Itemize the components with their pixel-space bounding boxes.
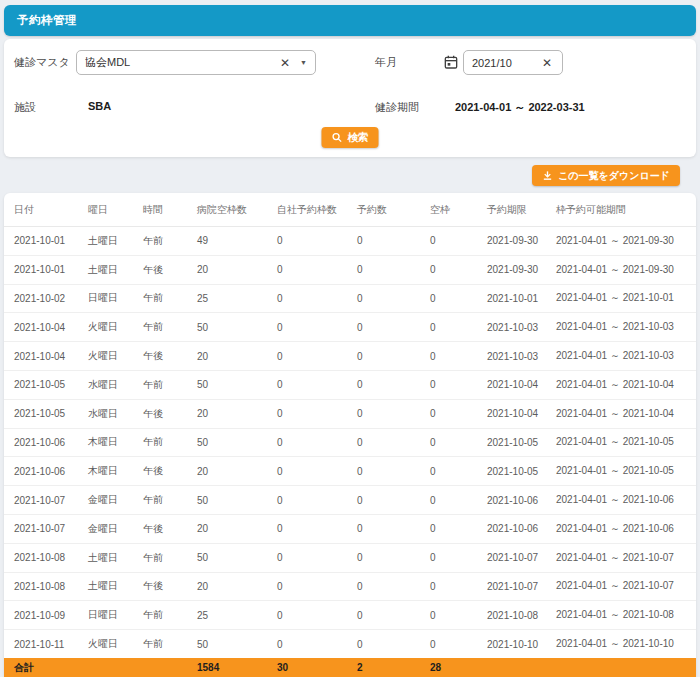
search-button[interactable]: 検索 <box>322 127 379 148</box>
cell-reservations: 0 <box>357 351 430 362</box>
cell-reservable-period: 2021-04-01 ～ 2021-10-04 <box>556 378 696 392</box>
cell-weekday: 金曜日 <box>88 493 143 507</box>
cell-deadline: 2021-10-05 <box>487 437 556 448</box>
cell-weekday: 日曜日 <box>88 608 143 622</box>
cell-company-slots: 0 <box>277 523 357 534</box>
cell-vacant: 0 <box>430 610 487 621</box>
cell-time: 午前 <box>143 320 197 334</box>
table-row: 2021-10-06 木曜日 午後 20 0 0 0 2021-10-05 20… <box>4 457 696 486</box>
download-list-button[interactable]: この一覧をダウンロード <box>532 165 680 186</box>
cell-date: 2021-10-06 <box>14 466 88 477</box>
cell-vacant: 0 <box>430 552 487 563</box>
cell-time: 午前 <box>143 637 197 651</box>
cell-date: 2021-10-06 <box>14 437 88 448</box>
cell-time: 午後 <box>143 349 197 363</box>
cell-reservable-period: 2021-04-01 ～ 2021-10-04 <box>556 407 696 421</box>
cell-vacant: 0 <box>430 581 487 592</box>
cell-deadline: 2021-10-10 <box>487 639 556 650</box>
cell-hospital-slots: 20 <box>197 581 277 592</box>
cell-reservable-period: 2021-04-01 ～ 2021-10-06 <box>556 522 696 536</box>
cell-company-slots: 0 <box>277 351 357 362</box>
cell-deadline: 2021-10-07 <box>487 581 556 592</box>
cell-deadline: 2021-10-07 <box>487 552 556 563</box>
clear-icon[interactable]: ✕ <box>540 57 554 69</box>
cell-date: 2021-10-04 <box>14 322 88 333</box>
cell-reservations: 0 <box>357 322 430 333</box>
cell-date: 2021-10-08 <box>14 552 88 563</box>
chevron-down-icon[interactable]: ▼ <box>300 59 307 66</box>
slots-table: 日付 曜日 時間 病院空枠数 自社予約枠数 予約数 空枠 予約期限 枠予約可能期… <box>4 193 696 677</box>
cell-deadline: 2021-10-05 <box>487 466 556 477</box>
cell-company-slots: 0 <box>277 322 357 333</box>
calendar-icon[interactable] <box>443 54 459 74</box>
cell-company-slots: 0 <box>277 581 357 592</box>
cell-reservable-period: 2021-04-01 ～ 2021-10-08 <box>556 608 696 622</box>
cell-hospital-slots: 20 <box>197 466 277 477</box>
col-date: 日付 <box>14 203 88 217</box>
cell-vacant: 0 <box>430 322 487 333</box>
search-filter-card: 健診マスタ ✕ ▼ 年月 ✕ 施設 SBA 健診期間 2021-04-01 ～ … <box>4 39 696 157</box>
footer-reservations-total: 2 <box>357 662 430 673</box>
cell-date: 2021-10-11 <box>14 639 88 650</box>
cell-deadline: 2021-10-08 <box>487 610 556 621</box>
table-row: 2021-10-08 土曜日 午前 50 0 0 0 2021-10-07 20… <box>4 544 696 573</box>
table-header-row: 日付 曜日 時間 病院空枠数 自社予約枠数 予約数 空枠 予約期限 枠予約可能期… <box>4 193 696 227</box>
cell-hospital-slots: 25 <box>197 293 277 304</box>
cell-reservations: 0 <box>357 581 430 592</box>
cell-reservations: 0 <box>357 495 430 506</box>
clear-icon[interactable]: ✕ <box>278 57 292 69</box>
cell-hospital-slots: 50 <box>197 379 277 390</box>
cell-time: 午後 <box>143 579 197 593</box>
cell-reservable-period: 2021-04-01 ～ 2021-10-07 <box>556 551 696 565</box>
col-weekday: 曜日 <box>88 203 143 217</box>
cell-time: 午前 <box>143 378 197 392</box>
table-body: 2021-10-01 土曜日 午前 49 0 0 0 2021-09-30 20… <box>4 227 696 658</box>
cell-vacant: 0 <box>430 235 487 246</box>
cell-hospital-slots: 20 <box>197 408 277 419</box>
cell-weekday: 木曜日 <box>88 435 143 449</box>
month-input[interactable] <box>472 57 540 69</box>
cell-hospital-slots: 50 <box>197 552 277 563</box>
cell-date: 2021-10-01 <box>14 264 88 275</box>
cell-reservable-period: 2021-04-01 ～ 2021-10-05 <box>556 464 696 478</box>
cell-hospital-slots: 25 <box>197 610 277 621</box>
table-row: 2021-10-05 水曜日 午前 50 0 0 0 2021-10-04 20… <box>4 371 696 400</box>
master-select[interactable]: ✕ ▼ <box>76 50 316 75</box>
col-company-slots: 自社予約枠数 <box>277 203 357 217</box>
col-reservable-period: 枠予約可能期間 <box>556 203 696 217</box>
cell-time: 午前 <box>143 435 197 449</box>
cell-reservations: 0 <box>357 466 430 477</box>
footer-total-label: 合計 <box>14 661 88 675</box>
cell-vacant: 0 <box>430 351 487 362</box>
table-row: 2021-10-02 日曜日 午前 25 0 0 0 2021-10-01 20… <box>4 285 696 314</box>
cell-reservable-period: 2021-04-01 ～ 2021-10-05 <box>556 435 696 449</box>
table-row: 2021-10-05 水曜日 午後 20 0 0 0 2021-10-04 20… <box>4 400 696 429</box>
cell-reservations: 0 <box>357 293 430 304</box>
table-row: 2021-10-04 火曜日 午前 50 0 0 0 2021-10-03 20… <box>4 313 696 342</box>
cell-reservations: 0 <box>357 552 430 563</box>
cell-time: 午後 <box>143 407 197 421</box>
table-row: 2021-10-11 火曜日 午前 50 0 0 0 2021-10-10 20… <box>4 630 696 658</box>
cell-time: 午後 <box>143 464 197 478</box>
master-select-input[interactable] <box>85 57 278 69</box>
footer-company-total: 30 <box>277 662 357 673</box>
cell-reservable-period: 2021-04-01 ～ 2021-09-30 <box>556 234 696 248</box>
cell-time: 午前 <box>143 291 197 305</box>
search-button-label: 検索 <box>348 131 369 145</box>
cell-weekday: 木曜日 <box>88 464 143 478</box>
col-vacant: 空枠 <box>430 203 487 217</box>
month-input-box[interactable]: ✕ <box>463 50 563 75</box>
table-row: 2021-10-09 日曜日 午前 25 0 0 0 2021-10-08 20… <box>4 601 696 630</box>
cell-vacant: 0 <box>430 408 487 419</box>
cell-date: 2021-10-02 <box>14 293 88 304</box>
cell-date: 2021-10-09 <box>14 610 88 621</box>
cell-company-slots: 0 <box>277 552 357 563</box>
cell-time: 午後 <box>143 263 197 277</box>
cell-reservations: 0 <box>357 264 430 275</box>
cell-vacant: 0 <box>430 264 487 275</box>
cell-company-slots: 0 <box>277 610 357 621</box>
cell-weekday: 土曜日 <box>88 551 143 565</box>
page-header: 予約枠管理 <box>4 5 696 36</box>
cell-reservable-period: 2021-04-01 ～ 2021-10-03 <box>556 349 696 363</box>
cell-date: 2021-10-08 <box>14 581 88 592</box>
